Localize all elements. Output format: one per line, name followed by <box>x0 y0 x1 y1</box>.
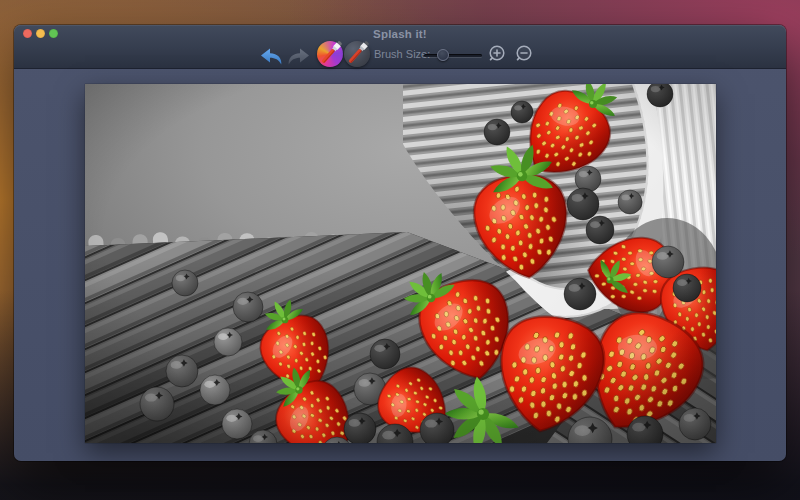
app-window: Splash it! <box>14 25 786 461</box>
window-title: Splash it! <box>14 28 786 40</box>
photo-vignette <box>85 84 716 443</box>
desktop-background: Splash it! <box>0 0 800 500</box>
brush-size-label: Brush Size: <box>374 48 430 60</box>
photo-canvas[interactable] <box>85 84 716 443</box>
undo-icon <box>260 47 284 66</box>
window-header[interactable]: Splash it! <box>14 25 786 69</box>
slider-knob[interactable] <box>437 49 449 61</box>
zoom-out-icon <box>515 45 533 63</box>
redo-icon <box>286 47 310 66</box>
desaturate-brush-icon <box>344 41 370 67</box>
slider-track[interactable] <box>424 54 482 57</box>
colorize-brush-icon <box>317 41 343 67</box>
desaturate-brush-button[interactable] <box>343 40 371 68</box>
brush-size-slider[interactable] <box>424 50 482 62</box>
zoom-out-button[interactable] <box>514 44 534 64</box>
zoom-in-icon <box>488 45 506 63</box>
undo-button[interactable] <box>259 46 285 66</box>
colorize-brush-button[interactable] <box>316 40 344 68</box>
zoom-in-button[interactable] <box>487 44 507 64</box>
redo-button[interactable] <box>285 46 311 66</box>
photo-image <box>85 84 716 443</box>
